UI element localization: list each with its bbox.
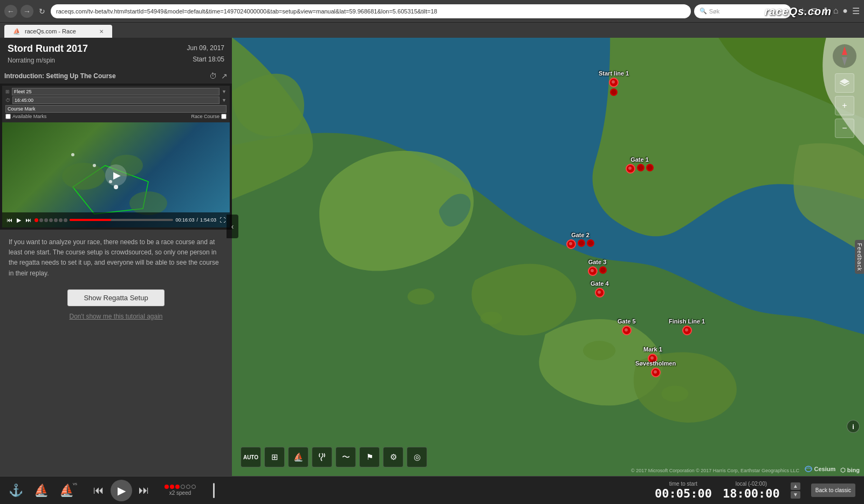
speed-dot-1 [164, 485, 169, 489]
race-course-checkbox[interactable] [221, 114, 227, 119]
map-area: Start line 1 Gate 1 Gate 2 Gate 3 [232, 38, 864, 476]
marker-dot3-gate-1 [646, 164, 654, 171]
zoom-in-button[interactable]: + [835, 96, 854, 115]
expand-up-button[interactable]: ▲ [791, 482, 800, 490]
share-icon[interactable]: ↗ [221, 72, 228, 80]
race-date: Jun 09, 2017 [187, 44, 224, 52]
marker-start-line-1[interactable]: Start line 1 [599, 70, 629, 96]
svg-point-12 [661, 385, 688, 402]
marker-gate-1[interactable]: Gate 1 [626, 156, 654, 174]
svg-point-11 [583, 341, 615, 360]
rewind-button[interactable]: ⏮ [5, 217, 13, 223]
video-controls-overlay: ⏮ ▶ ⏭ 00:16:03 / 1:54:03 ⛶ [2, 212, 230, 227]
location-button[interactable]: ◎ [407, 447, 427, 467]
marker-dot1-gate-3 [588, 266, 598, 276]
step-back-button[interactable]: ⏮ [93, 484, 104, 496]
url-text: raceqs.com/tv-beta/tv.htm#startId=54949&… [56, 8, 437, 15]
profile-icon[interactable]: ● [842, 6, 848, 16]
back-to-classic-button[interactable]: Back to classic [811, 484, 855, 497]
dot-3 [44, 218, 48, 222]
marker-label-start-line-1: Start line 1 [599, 70, 629, 77]
racing-boat-icon-button[interactable]: ⛵ vs [59, 484, 74, 498]
show-regatta-button[interactable]: Show Regatta Setup [67, 289, 164, 306]
marker-sovestholmen[interactable]: Søvestholmen [635, 360, 676, 377]
panel-header: Stord Rundt 2017 Jun 09, 2017 Norrating … [0, 38, 232, 68]
track-button[interactable]: 〜 [335, 447, 356, 467]
video-header-row: Introduction: Setting Up The Course ⏱ ↗ [0, 68, 232, 84]
race-title: Stord Rundt 2017 [8, 43, 88, 54]
search-icon: 🔍 [700, 8, 707, 15]
video-time-end: 1:54:03 [200, 217, 216, 223]
dont-show-link[interactable]: Don't show me this tutorial again [9, 313, 223, 320]
settings-button[interactable]: ⚙ [383, 447, 403, 467]
marker-gate-2[interactable]: Gate 2 [566, 232, 594, 249]
zoom-out-button[interactable]: − [835, 119, 854, 138]
flag-button[interactable]: ⚑ [359, 447, 380, 467]
expand-down-button[interactable]: ▼ [791, 491, 800, 499]
sailboat-icon-button[interactable]: ⛵ [34, 484, 49, 498]
play-button[interactable]: ▶ [105, 164, 127, 186]
marker-gate-5[interactable]: Gate 5 [618, 318, 636, 335]
collapse-panel-button[interactable]: ‹ [227, 215, 238, 238]
clock-icon[interactable]: ⏱ [209, 72, 217, 80]
time-elapsed-value: 00:05:00 [655, 487, 712, 500]
marker-dot-start-line-1 [609, 78, 619, 87]
play-pause-button[interactable]: ▶ [16, 217, 22, 224]
forward-button[interactable]: → [20, 5, 33, 18]
anchor-icon-button[interactable]: ⚓ [9, 484, 23, 498]
marker-dot1-gate-4 [595, 288, 605, 298]
auto-button[interactable]: AUTO [241, 447, 261, 467]
tab-icon: ⛵ [13, 28, 20, 35]
fast-forward-button[interactable]: ⏭ [24, 217, 32, 223]
home-icon[interactable]: ⌂ [833, 6, 839, 16]
marker-gate-4[interactable]: Gate 4 [591, 280, 609, 298]
speed-dot-6 [191, 485, 196, 489]
time-input[interactable] [12, 96, 220, 104]
svg-point-9 [408, 288, 435, 305]
marker-dot1-sovestholmen [651, 368, 661, 377]
feedback-tab[interactable]: Feedback [855, 240, 864, 274]
video-form: ⊞ ▼ ⏱ ▼ Available Marks Race Course [2, 86, 230, 122]
compass[interactable] [833, 44, 856, 68]
marker-dot1-gate-1 [626, 164, 635, 174]
available-marks-checkbox[interactable] [5, 114, 11, 119]
svg-point-3 [129, 191, 167, 215]
video-map-background: ▶ [2, 122, 230, 227]
cesium-icon [805, 466, 812, 472]
marker-label-finish-line-1: Finish Line 1 [669, 318, 705, 325]
marker-label-mark-1: Mark 1 [643, 346, 662, 353]
scrubber-handle[interactable] [213, 483, 215, 498]
fleet-input[interactable] [12, 88, 220, 95]
fullscreen-button[interactable]: ⛶ [218, 217, 227, 223]
course-mark-input[interactable] [5, 105, 227, 113]
compass-north-arrow [842, 46, 847, 55]
menu-icon[interactable]: ☰ [852, 6, 860, 16]
video-area: ⊞ ▼ ⏱ ▼ Available Marks Race Course [0, 84, 232, 230]
marker-dot2-start-line-1 [610, 88, 618, 96]
speed-label: x2 speed [169, 490, 191, 496]
video-progress-bar[interactable] [70, 219, 173, 221]
marker-gate-3[interactable]: Gate 3 [588, 259, 607, 276]
map-layers-button[interactable] [835, 73, 854, 93]
tab-close-button[interactable]: ✕ [99, 29, 104, 34]
marker-label-sovestholmen: Søvestholmen [635, 360, 676, 367]
reload-button[interactable]: ↻ [39, 7, 45, 16]
map-info-button[interactable]: i [847, 420, 860, 433]
left-panel: Stord Rundt 2017 Jun 09, 2017 Norrating … [0, 38, 232, 476]
boat-icon-button[interactable]: ⛵ [288, 447, 308, 467]
wind-button[interactable] [312, 447, 332, 467]
back-button[interactable]: ← [4, 5, 17, 18]
browser-tab[interactable]: ⛵ raceQs.com - Race ✕ [4, 25, 112, 38]
marker-label-gate-1: Gate 1 [630, 156, 649, 163]
tutorial-section: If you want to analyze your race, there … [0, 230, 232, 476]
video-placeholder: ▶ ⏮ ▶ ⏭ 00:16 [2, 122, 230, 227]
step-forward-button[interactable]: ⏭ [139, 484, 149, 496]
marker-finish-line-1[interactable]: Finish Line 1 [669, 318, 705, 335]
browser-chrome: ← → ↻ raceqs.com/tv-beta/tv.htm#startId=… [0, 0, 864, 23]
url-bar[interactable]: raceqs.com/tv-beta/tv.htm#startId=54949&… [51, 4, 691, 18]
tab-title: raceQs.com - Race [25, 28, 76, 34]
frame-button[interactable]: ⊞ [264, 447, 285, 467]
video-time-separator: / [196, 217, 198, 223]
play-pause-main-button[interactable]: ▶ [111, 480, 132, 501]
dot-6 [59, 218, 63, 222]
